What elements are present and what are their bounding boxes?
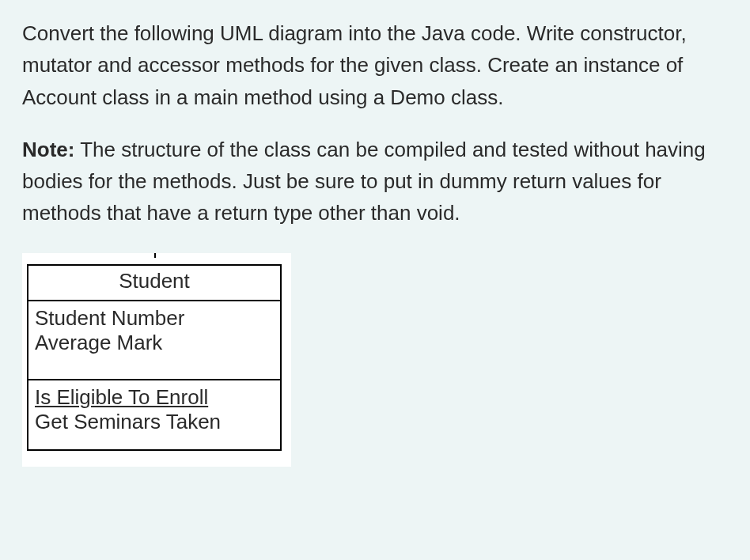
uml-attributes-section: Student Number Average Mark xyxy=(28,301,280,380)
note-text: The structure of the class can be compil… xyxy=(22,138,706,225)
uml-top-connector xyxy=(27,258,282,264)
uml-class-name: Student xyxy=(28,266,280,301)
uml-operations-section: Is Eligible To Enroll Get Seminars Taken xyxy=(28,380,280,448)
uml-operation: Is Eligible To Enroll xyxy=(35,385,274,410)
uml-operation: Get Seminars Taken xyxy=(35,410,274,434)
uml-diagram-container: Student Student Number Average Mark Is E… xyxy=(22,253,291,467)
uml-attribute: Average Mark xyxy=(35,331,274,355)
question-page: Convert the following UML diagram into t… xyxy=(0,0,750,482)
question-paragraph-1: Convert the following UML diagram into t… xyxy=(22,17,728,113)
note-label: Note: xyxy=(22,138,74,161)
question-paragraph-2: Note: The structure of the class can be … xyxy=(22,134,728,229)
uml-class-box: Student Student Number Average Mark Is E… xyxy=(27,264,282,451)
uml-attribute: Student Number xyxy=(35,306,274,331)
